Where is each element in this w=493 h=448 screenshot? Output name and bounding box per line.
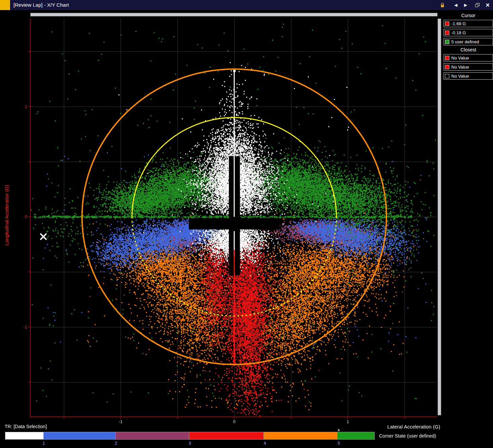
restore-window-button[interactable] (475, 3, 480, 7)
channel-color-swatch (445, 31, 449, 35)
horizontal-scrollbar[interactable] (30, 13, 438, 16)
legend-segment (115, 432, 189, 440)
lock-icon[interactable] (441, 3, 444, 8)
legend-cursor-marker: x (338, 428, 340, 432)
y-axis-label: Longitudinal Acceleration (G) (4, 185, 9, 245)
channel-value: No Value (451, 55, 469, 60)
vertical-scrollbar[interactable] (438, 18, 441, 415)
cursor-value-row: No Value (444, 63, 493, 71)
legend-segment (189, 432, 264, 440)
titlebar: [Review Lap] - X/Y Chart ◀ ▶ × (0, 0, 493, 10)
legend-tick-label: 5 (337, 441, 340, 446)
channel-value: -1.68 G (451, 21, 466, 26)
cursor-value-row: No Value (444, 72, 493, 80)
channel-color-swatch (445, 56, 449, 60)
legend-segment (5, 432, 44, 440)
legend-tick-label: 4 (263, 441, 266, 446)
channel-value: 5 user defined (451, 39, 479, 44)
cursor-panel: Cursor -1.68 G-0.18 G5 user defined Clos… (444, 12, 493, 81)
legend-tick-label: 2 (115, 441, 117, 446)
x-axis-label: Lateral Acceleration (G) (387, 424, 440, 430)
channel-color-swatch (445, 40, 449, 44)
cursor-value-row: -1.68 G (444, 20, 493, 27)
close-button[interactable]: × (486, 0, 490, 10)
legend-segment (43, 432, 116, 440)
xy-chart-plot[interactable] (20, 11, 440, 427)
channel-value: -0.18 G (451, 30, 466, 35)
tr-data-selection-label: TR: [Data Selection] (5, 424, 47, 429)
app-window: [Review Lap] - X/Y Chart ◀ ▶ × Longitudi… (0, 0, 493, 448)
titlebar-buttons: ◀ ▶ × (441, 0, 490, 10)
workspace-accent-square (0, 0, 10, 10)
cursor-value-row: No Value (444, 54, 493, 62)
channel-color-swatch (445, 22, 449, 26)
cursor-values-group: -1.68 G-0.18 G5 user defined (444, 20, 493, 45)
next-button[interactable]: ▶ (464, 3, 467, 7)
corner-state-legend (5, 432, 375, 440)
cursor-value-row: -0.18 G (444, 29, 493, 36)
legend-segment (263, 432, 337, 440)
cursor-header: Cursor (444, 13, 493, 18)
channel-color-swatch (445, 65, 449, 69)
legend-segment (337, 432, 375, 440)
legend-tick-label: 1 (42, 441, 45, 446)
channel-value: No Value (451, 74, 469, 79)
cursor-value-row: 5 user defined (444, 38, 493, 45)
window-title: [Review Lap] - X/Y Chart (13, 0, 69, 10)
channel-color-swatch (445, 74, 449, 78)
legend-title: Corner State (user defined) (379, 433, 436, 439)
channel-value: No Value (451, 65, 469, 70)
closest-header: Closest (444, 47, 493, 52)
closest-values-group: No ValueNo ValueNo Value (444, 54, 493, 80)
legend-tick-label: 3 (189, 441, 191, 446)
previous-button[interactable]: ◀ (454, 3, 457, 7)
